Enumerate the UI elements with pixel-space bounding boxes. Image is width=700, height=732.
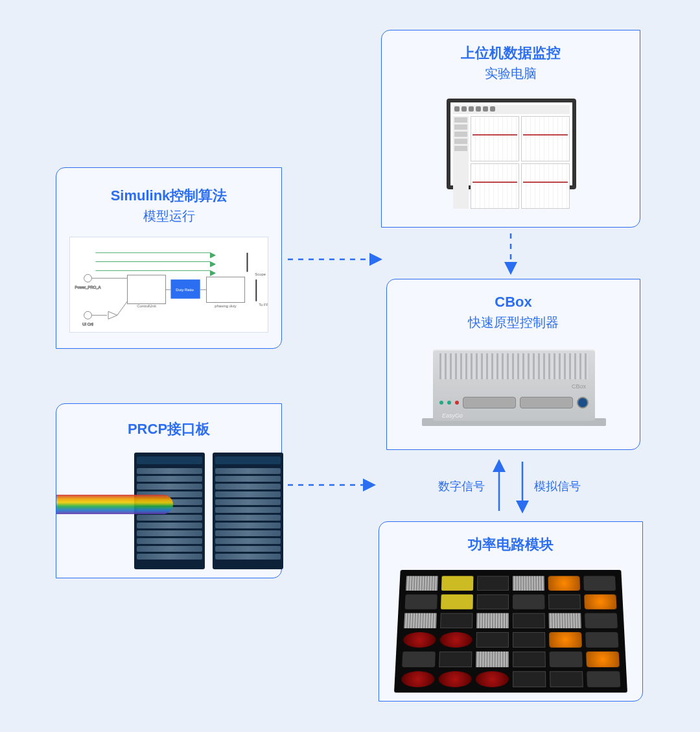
- svg-rect-0: [128, 275, 166, 303]
- monitor-title: 上位机数据监控: [382, 42, 640, 64]
- cbox-brand-label: EasyGo: [442, 412, 463, 419]
- svg-text:phasing duty: phasing duty: [215, 304, 236, 308]
- svg-rect-2: [207, 277, 245, 302]
- svg-text:Duty Ratio: Duty Ratio: [176, 288, 194, 292]
- cbox-title: CBox: [387, 291, 640, 313]
- monitor-subtitle: 实验电脑: [382, 64, 640, 83]
- cbox-model-label: CBox: [572, 383, 586, 390]
- digital-signal-label: 数字信号: [438, 478, 485, 494]
- ribbon-cable-icon: [56, 495, 173, 514]
- svg-text:Power_PRO_A: Power_PRO_A: [75, 285, 101, 289]
- cbox-subtitle: 快速原型控制器: [387, 313, 640, 332]
- simulink-subtitle: 模型运行: [56, 206, 281, 226]
- analog-signal-label: 模拟信号: [534, 478, 581, 494]
- prcp-block: PRCP接口板: [56, 403, 282, 578]
- svg-point-5: [84, 274, 92, 282]
- cbox-block: CBox 快速原型控制器 CBox EasyGo: [386, 279, 640, 450]
- power-title: 功率电路模块: [379, 534, 642, 555]
- prcp-title: PRCP接口板: [56, 418, 281, 440]
- svg-text:To FPGA: To FPGA: [259, 303, 268, 307]
- svg-text:Scope: Scope: [255, 272, 266, 276]
- simulink-block: Simulink控制算法 模型运行 ControlUnit phasing du…: [56, 167, 282, 349]
- computer-monitor-icon: [447, 99, 576, 215]
- power-pcb-icon: [394, 570, 627, 692]
- cbox-device-icon: CBox EasyGo: [422, 349, 606, 440]
- host-monitor-block: 上位机数据监控 实验电脑: [381, 30, 640, 228]
- svg-marker-9: [108, 311, 117, 319]
- power-module-block: 功率电路模块: [379, 521, 643, 702]
- simulink-model-icon: ControlUnit phasing duty Power_PRO_A UI …: [69, 237, 268, 333]
- svg-line-14: [117, 301, 128, 316]
- svg-point-7: [84, 311, 92, 319]
- svg-text:UI Crtl: UI Crtl: [82, 322, 93, 326]
- simulink-title: Simulink控制算法: [56, 185, 281, 206]
- svg-text:ControlUnit: ControlUnit: [137, 304, 156, 308]
